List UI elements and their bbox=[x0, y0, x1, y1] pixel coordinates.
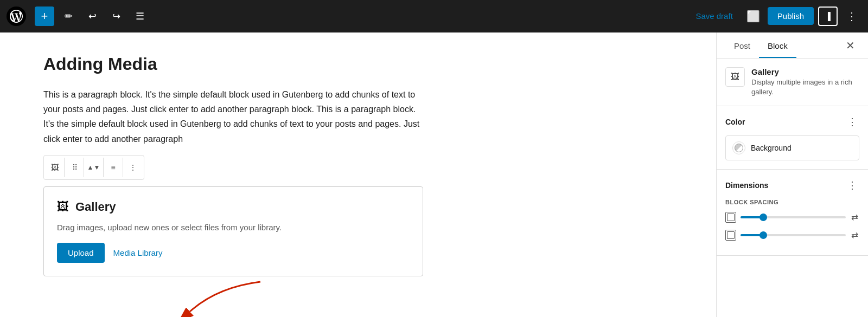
sidebar: Post Block ✕ 🖼 Gallery Display multiple … bbox=[716, 33, 868, 317]
spacing-settings-1[interactable]: ⇄ bbox=[850, 211, 859, 223]
list-icon: ☰ bbox=[136, 10, 144, 22]
post-title[interactable]: Adding Media bbox=[43, 54, 673, 74]
paragraph-block[interactable]: This is a paragraph block. It's the simp… bbox=[43, 87, 423, 146]
block-more-icon: ⋮ bbox=[129, 163, 137, 172]
view-icon: ⬜ bbox=[746, 10, 760, 23]
background-color-option[interactable]: Background bbox=[725, 135, 859, 160]
block-type-button[interactable]: 🖼 bbox=[45, 158, 65, 177]
dimensions-section-menu-button[interactable]: ⋮ bbox=[845, 178, 859, 192]
slider-track-1 bbox=[741, 216, 846, 218]
spacing-slider-2[interactable] bbox=[741, 234, 846, 236]
sidebar-close-button[interactable]: ✕ bbox=[841, 33, 859, 58]
align-icon: ≡ bbox=[111, 163, 115, 172]
spacing-icon-1 bbox=[725, 212, 736, 223]
dimensions-section: Dimensions ⋮ BLOCK SPACING ⇄ bbox=[717, 170, 868, 256]
block-toolbar: 🖼 ⠿ ▲▼ ≡ ⋮ bbox=[43, 155, 144, 180]
sidebar-block-info: 🖼 Gallery Display multiple images in a r… bbox=[717, 59, 868, 106]
align-button[interactable]: ≡ bbox=[104, 158, 123, 177]
drag-icon: ⠿ bbox=[72, 163, 76, 172]
color-section-header: Color ⋮ bbox=[725, 115, 859, 129]
color-section-title: Color bbox=[725, 118, 745, 126]
spacing-icon-2 bbox=[725, 230, 736, 241]
arrow-annotation bbox=[43, 276, 423, 317]
color-section-menu-button[interactable]: ⋮ bbox=[845, 115, 859, 129]
gallery-block-actions: Upload Media Library bbox=[57, 243, 410, 263]
wp-logo-icon bbox=[10, 10, 23, 23]
gallery-block-icon: 🖼 bbox=[51, 163, 59, 172]
spacing-settings-2[interactable]: ⇄ bbox=[850, 229, 859, 241]
main-toolbar: + ✏ ↩ ↪ ☰ Save draft ⬜ Publish ▐ ⋮ bbox=[0, 0, 868, 33]
gallery-block-title: Gallery bbox=[75, 200, 116, 214]
undo-button[interactable]: ↩ bbox=[82, 7, 102, 26]
upload-button[interactable]: Upload bbox=[57, 243, 105, 263]
edit-icon: ✏ bbox=[65, 10, 73, 22]
add-block-button[interactable]: + bbox=[35, 7, 54, 26]
post-tab[interactable]: Post bbox=[725, 33, 759, 58]
move-block-button[interactable]: ▲▼ bbox=[84, 158, 104, 177]
slider-thumb-1[interactable] bbox=[760, 214, 767, 221]
sidebar-block-desc: Display multiple images in a rich galler… bbox=[751, 77, 859, 97]
list-view-button[interactable]: ☰ bbox=[130, 7, 150, 26]
sidebar-block-icon: 🖼 bbox=[725, 67, 745, 87]
undo-icon: ↩ bbox=[88, 10, 97, 22]
background-color-swatch bbox=[732, 141, 745, 154]
swatch-inner bbox=[735, 144, 743, 152]
gallery-block-description: Drag images, upload new ones or select f… bbox=[57, 223, 410, 232]
sidebar-block-name: Gallery bbox=[751, 67, 859, 76]
spacing-slider-1[interactable] bbox=[741, 216, 846, 218]
annotation-arrow bbox=[108, 276, 271, 317]
dimensions-section-header: Dimensions ⋮ bbox=[725, 178, 859, 192]
main-layout: Adding Media This is a paragraph block. … bbox=[0, 33, 868, 317]
wp-logo[interactable] bbox=[7, 7, 26, 26]
block-spacing-label: BLOCK SPACING bbox=[725, 199, 859, 205]
move-icon: ▲▼ bbox=[87, 164, 100, 171]
redo-button[interactable]: ↪ bbox=[106, 7, 126, 26]
view-button[interactable]: ⬜ bbox=[744, 7, 763, 26]
publish-button[interactable]: Publish bbox=[768, 7, 814, 25]
sidebar-toggle-icon: ▐ bbox=[825, 12, 831, 21]
background-color-label: Background bbox=[751, 144, 792, 152]
sidebar-block-details: Gallery Display multiple images in a ric… bbox=[751, 67, 859, 97]
save-draft-button[interactable]: Save draft bbox=[689, 7, 739, 25]
media-library-link[interactable]: Media Library bbox=[113, 248, 163, 257]
gallery-block: 🖼 Gallery Drag images, upload new ones o… bbox=[43, 186, 423, 276]
gallery-block-header: 🖼 Gallery bbox=[57, 200, 410, 214]
editor-area: Adding Media This is a paragraph block. … bbox=[0, 33, 716, 317]
sidebar-gallery-icon: 🖼 bbox=[731, 72, 739, 82]
spacing-row-2: ⇄ bbox=[725, 229, 859, 241]
gallery-block-icon-large: 🖼 bbox=[57, 200, 69, 214]
color-section: Color ⋮ Background bbox=[717, 106, 868, 170]
kebab-icon: ⋮ bbox=[846, 10, 857, 23]
edit-button[interactable]: ✏ bbox=[59, 7, 78, 26]
slider-track-2 bbox=[741, 234, 846, 236]
block-tab[interactable]: Block bbox=[759, 33, 796, 58]
sidebar-toggle-button[interactable]: ▐ bbox=[818, 7, 838, 26]
drag-handle-button[interactable]: ⠿ bbox=[65, 158, 84, 177]
redo-icon: ↪ bbox=[112, 10, 120, 22]
spacing-row-1: ⇄ bbox=[725, 211, 859, 223]
sidebar-tabs: Post Block ✕ bbox=[717, 33, 868, 59]
slider-thumb-2[interactable] bbox=[760, 231, 767, 239]
block-more-options-button[interactable]: ⋮ bbox=[123, 158, 143, 177]
close-icon: ✕ bbox=[846, 40, 855, 51]
dimensions-section-title: Dimensions bbox=[725, 181, 768, 190]
more-options-button[interactable]: ⋮ bbox=[842, 7, 861, 26]
